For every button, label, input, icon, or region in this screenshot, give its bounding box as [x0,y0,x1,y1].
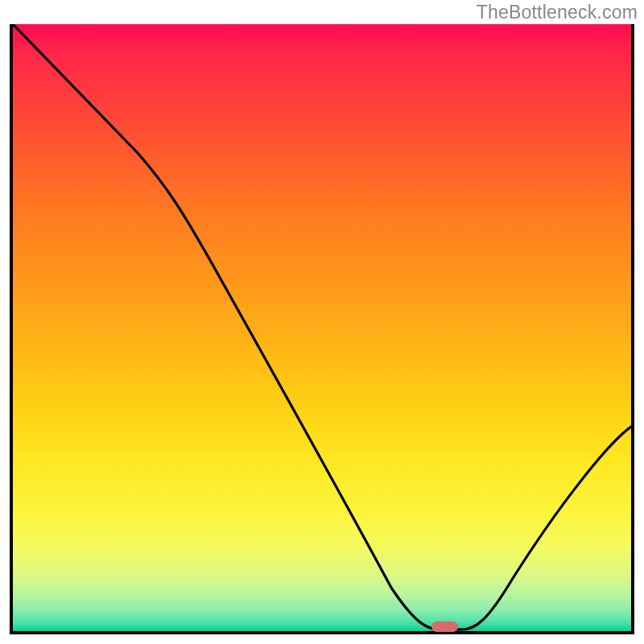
watermark-text: TheBottleneck.com [477,2,638,23]
plot-area [10,24,634,634]
chart-container: TheBottleneck.com [0,0,644,644]
bottleneck-curve [13,24,631,631]
optimum-marker [431,621,458,632]
